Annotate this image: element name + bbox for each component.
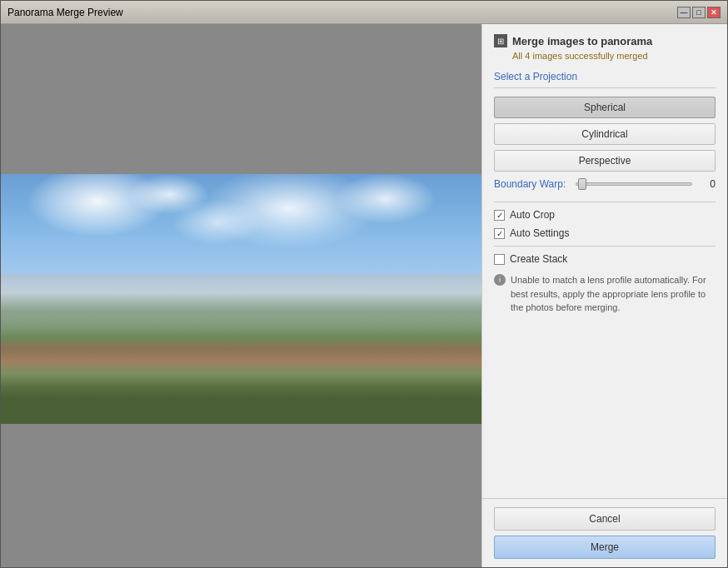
window-controls: — □ ✕ (677, 7, 721, 18)
boundary-warp-row: Boundary Warp: 0 (494, 178, 716, 190)
divider-1 (494, 87, 716, 88)
panorama-image (1, 174, 481, 424)
panel-footer: Cancel Merge (482, 498, 727, 567)
merge-icon: ⊞ (494, 34, 507, 47)
boundary-warp-slider-container (576, 182, 692, 186)
divider-2 (494, 202, 716, 202)
cancel-button[interactable]: Cancel (494, 507, 716, 531)
main-window: Panorama Merge Preview — □ ✕ ⊞ Merge ima… (0, 0, 728, 568)
auto-crop-label: Auto Crop (510, 209, 555, 221)
window-body: ⊞ Merge images to panorama All 4 images … (1, 24, 727, 567)
create-stack-checkbox[interactable] (494, 254, 505, 265)
rocks-layer (1, 299, 481, 424)
section-label: Select a Projection (494, 71, 716, 82)
auto-crop-row: Auto Crop (494, 209, 716, 221)
preview-area (1, 24, 481, 567)
auto-settings-label: Auto Settings (510, 227, 569, 239)
slider-thumb[interactable] (578, 178, 586, 190)
title-bar: Panorama Merge Preview — □ ✕ (1, 1, 727, 24)
cylindrical-button[interactable]: Cylindrical (494, 123, 716, 145)
boundary-warp-slider[interactable] (576, 182, 692, 186)
panel-content: ⊞ Merge images to panorama All 4 images … (482, 24, 727, 498)
minimize-button[interactable]: — (677, 7, 691, 18)
auto-settings-row: Auto Settings (494, 227, 716, 239)
spherical-button[interactable]: Spherical (494, 97, 716, 118)
warning-text: Unable to match a lens profile automatic… (511, 273, 716, 315)
maximize-button[interactable]: □ (692, 7, 706, 18)
auto-crop-checkbox[interactable] (494, 210, 505, 221)
window-title: Panorama Merge Preview (7, 7, 123, 18)
boundary-warp-label: Boundary Warp: (494, 178, 569, 190)
close-button[interactable]: ✕ (707, 7, 721, 18)
create-stack-row: Create Stack (494, 253, 716, 265)
create-stack-label: Create Stack (510, 253, 567, 265)
merge-button[interactable]: Merge (494, 536, 716, 559)
divider-3 (494, 246, 716, 247)
right-panel: ⊞ Merge images to panorama All 4 images … (481, 24, 727, 567)
boundary-warp-value: 0 (699, 178, 716, 190)
panel-title: Merge images to panorama (512, 35, 652, 47)
panel-header: ⊞ Merge images to panorama (494, 34, 716, 47)
warning-box: i Unable to match a lens profile automat… (494, 273, 716, 315)
perspective-button[interactable]: Perspective (494, 150, 716, 172)
warning-icon: i (494, 274, 506, 286)
success-message: All 4 images successfully merged (512, 51, 716, 61)
auto-settings-checkbox[interactable] (494, 228, 505, 239)
